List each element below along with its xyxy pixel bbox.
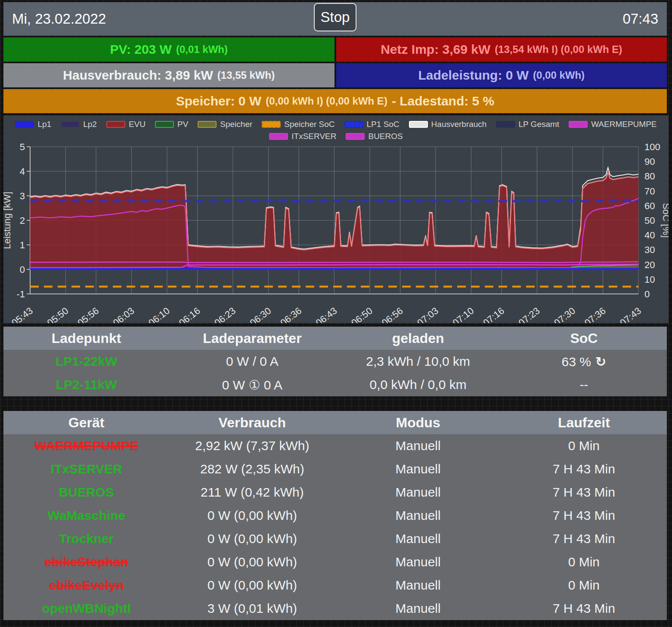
power-chart-panel: Lp1 Lp2 EVU PV Speicher Speicher SoC LP1… bbox=[3, 115, 669, 323]
top-bar: Mi, 23.02.2022 Stop 07:43 bbox=[3, 2, 667, 36]
device-laufzeit: 0 Min bbox=[501, 578, 667, 593]
device-modus[interactable]: Manuell bbox=[335, 555, 501, 569]
chargepoint-lp1-soc: 63 %↻ bbox=[501, 354, 667, 369]
table-row: ebikeEvelyn 0 W (0,00 kWh) Manuell 0 Min bbox=[3, 574, 667, 597]
chargepoint-lp1-name[interactable]: LP1-22kW bbox=[3, 354, 169, 369]
device-name-ebikestephan[interactable]: ebikeStephan bbox=[3, 555, 169, 569]
table-row: BUEROS 211 W (0,42 kWh) Manuell 7 H 43 M… bbox=[3, 481, 667, 504]
svg-text:06:16: 06:16 bbox=[177, 305, 202, 323]
lp1-swatch-icon bbox=[15, 121, 34, 128]
chargepoint-lp2-name[interactable]: LP2-11kW bbox=[3, 377, 169, 392]
legend-item-hausverbrauch: Hausverbrauch bbox=[409, 120, 487, 129]
battery-status-bar: Speicher: 0 W (0,00 kWh I) (0,00 kWh E) … bbox=[3, 89, 667, 113]
svg-text:2: 2 bbox=[20, 215, 25, 226]
itxserver-swatch-icon bbox=[269, 133, 288, 140]
evu-swatch-icon bbox=[106, 121, 125, 128]
device-laufzeit: 7 H 43 Min bbox=[501, 462, 667, 476]
device-verbrauch: 0 W (0,00 kWh) bbox=[169, 555, 335, 569]
svg-text:20: 20 bbox=[644, 259, 655, 270]
house-consumption-energy: (13,55 kWh) bbox=[217, 69, 275, 81]
col-ladepunkt: Ladepunkt bbox=[3, 330, 169, 346]
pv-status-bar: PV: 203 W (0,01 kWh) bbox=[3, 37, 334, 62]
device-name-trockner[interactable]: Trockner bbox=[3, 531, 169, 546]
svg-text:1: 1 bbox=[20, 240, 25, 250]
svg-text:07:43: 07:43 bbox=[618, 305, 643, 323]
device-name-openwbnighti[interactable]: openWBNightI bbox=[3, 601, 169, 616]
legend-item-evu: EVU bbox=[106, 120, 146, 129]
battery-energy: (0,00 kWh I) (0,00 kWh E) bbox=[266, 95, 387, 107]
svg-text:60: 60 bbox=[644, 201, 655, 211]
bueros-swatch-icon bbox=[346, 133, 365, 140]
device-name-bueros[interactable]: BUEROS bbox=[3, 485, 169, 500]
chargepoint-lp1-charged: 2,3 kWh / 10,0 km bbox=[335, 354, 501, 369]
svg-text:05:56: 05:56 bbox=[75, 305, 101, 323]
svg-text:06:36: 06:36 bbox=[278, 305, 303, 323]
svg-text:05:50: 05:50 bbox=[45, 305, 71, 323]
device-modus[interactable]: Manuell bbox=[335, 439, 501, 453]
table-row: LP1-22kW 0 W / 0 A 2,3 kWh / 10,0 km 63 … bbox=[3, 350, 667, 373]
chargepoint-lp2-charged: 0,0 kWh / 0,0 km bbox=[335, 377, 501, 392]
svg-text:90: 90 bbox=[644, 156, 655, 167]
svg-text:07:30: 07:30 bbox=[552, 305, 577, 323]
device-modus[interactable]: Manuell bbox=[335, 462, 501, 476]
charge-power-value: Ladeleistung: 0 W bbox=[418, 68, 529, 83]
svg-text:0: 0 bbox=[644, 289, 650, 300]
col-soc: SoC bbox=[501, 330, 667, 346]
date-label: Mi, 23.02.2022 bbox=[3, 11, 106, 27]
device-modus[interactable]: Manuell bbox=[335, 531, 501, 546]
chart-legend-row-2: ITxSERVER BUEROS bbox=[3, 130, 669, 142]
charge-power-status-bar: Ladeleistung: 0 W (0,00 kWh) bbox=[336, 63, 667, 87]
svg-text:06:03: 06:03 bbox=[111, 305, 136, 323]
device-laufzeit: 0 Min bbox=[501, 439, 667, 453]
device-laufzeit: 7 H 43 Min bbox=[501, 485, 667, 500]
device-modus[interactable]: Manuell bbox=[335, 601, 501, 616]
svg-text:0: 0 bbox=[20, 264, 25, 275]
svg-text:SoC [%]: SoC [%] bbox=[661, 203, 669, 238]
device-verbrauch: 0 W (0,00 kWh) bbox=[169, 508, 335, 523]
table-row: openWBNightI 3 W (0,01 kWh) Manuell 7 H … bbox=[3, 597, 667, 620]
device-name-ebikeevelyn[interactable]: ebikeEvelyn bbox=[3, 578, 169, 593]
device-verbrauch: 211 W (0,42 kWh) bbox=[169, 485, 335, 500]
hausverbrauch-swatch-icon bbox=[409, 121, 428, 128]
devices-table: Gerät Verbrauch Modus Laufzeit WAERMEPUM… bbox=[3, 411, 667, 620]
device-name-itxserver[interactable]: ITxSERVER bbox=[3, 462, 169, 476]
table-row: ITxSERVER 282 W (2,35 kWh) Manuell 7 H 4… bbox=[3, 457, 667, 481]
charge-power-energy: (0,00 kWh) bbox=[533, 69, 585, 81]
device-verbrauch: 3 W (0,01 kWh) bbox=[169, 601, 335, 616]
legend-item-bueros: BUEROS bbox=[346, 132, 403, 141]
device-laufzeit: 7 H 43 Min bbox=[501, 508, 667, 523]
svg-text:10: 10 bbox=[644, 274, 655, 285]
device-name-wamaschine[interactable]: WaMaschine bbox=[3, 508, 169, 523]
chargepoint-lp1-param: 0 W / 0 A bbox=[169, 354, 335, 369]
chargepoint-table: Ladepunkt Ladeparameter geladen SoC LP1-… bbox=[3, 327, 667, 396]
waermepumpe-swatch-icon bbox=[569, 121, 588, 128]
stop-button[interactable]: Stop bbox=[314, 3, 357, 31]
device-modus[interactable]: Manuell bbox=[335, 578, 501, 593]
chargepoint-lp2-soc: -- bbox=[501, 377, 667, 392]
device-modus[interactable]: Manuell bbox=[335, 485, 501, 500]
chargepoint-table-header: Ladepunkt Ladeparameter geladen SoC bbox=[3, 327, 667, 350]
device-verbrauch: 0 W (0,00 kWh) bbox=[169, 531, 335, 546]
svg-text:05:43: 05:43 bbox=[9, 305, 35, 323]
devices-table-header: Gerät Verbrauch Modus Laufzeit bbox=[3, 411, 667, 434]
legend-item-waermepumpe: WAERMEPUMPE bbox=[569, 120, 657, 129]
speicher-swatch-icon bbox=[198, 121, 217, 128]
soc-refresh-icon[interactable]: ↻ bbox=[595, 355, 606, 369]
svg-text:07:23: 07:23 bbox=[517, 305, 542, 323]
svg-text:5: 5 bbox=[20, 142, 25, 152]
house-consumption-value: Hausverbrauch: 3,89 kW bbox=[63, 68, 213, 83]
power-history-chart: 543210-105:4305:5005:5606:0306:1006:1606… bbox=[3, 142, 669, 323]
svg-text:70: 70 bbox=[644, 186, 655, 197]
battery-soc: - Ladestand: 5 % bbox=[392, 94, 494, 108]
device-modus[interactable]: Manuell bbox=[335, 508, 501, 523]
device-name-waermepumpe[interactable]: WAERMEPUMPE bbox=[3, 439, 169, 453]
legend-item-speicher-soc: Speicher SoC bbox=[262, 120, 334, 129]
device-verbrauch: 2,92 kW (7,37 kWh) bbox=[169, 439, 335, 453]
legend-item-lp1-soc: LP1 SoC bbox=[344, 120, 399, 129]
legend-item-lp2: Lp2 bbox=[61, 120, 97, 129]
svg-text:40: 40 bbox=[644, 230, 655, 241]
pv-energy: (0,01 kWh) bbox=[176, 43, 228, 56]
clock-label: 07:43 bbox=[622, 11, 667, 27]
svg-text:4: 4 bbox=[20, 166, 25, 177]
svg-text:06:43: 06:43 bbox=[314, 305, 339, 323]
